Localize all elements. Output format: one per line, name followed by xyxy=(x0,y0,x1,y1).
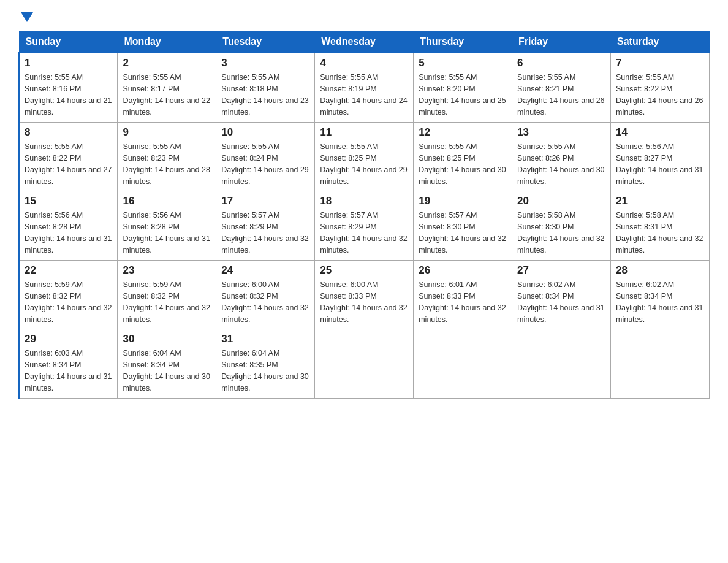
day-number: 15 xyxy=(25,195,112,207)
day-number: 24 xyxy=(221,264,309,277)
day-number: 20 xyxy=(517,195,605,207)
calendar-cell xyxy=(315,329,414,399)
calendar-cell: 21 Sunrise: 5:58 AMSunset: 8:31 PMDaylig… xyxy=(611,191,710,261)
day-number: 1 xyxy=(25,57,112,69)
calendar-cell: 4 Sunrise: 5:55 AMSunset: 8:19 PMDayligh… xyxy=(315,53,414,122)
calendar-cell xyxy=(414,329,512,399)
day-number: 28 xyxy=(616,264,704,277)
day-number: 23 xyxy=(123,264,211,277)
day-info: Sunrise: 6:03 AMSunset: 8:34 PMDaylight:… xyxy=(25,349,112,393)
day-info: Sunrise: 5:57 AMSunset: 8:29 PMDaylight:… xyxy=(221,211,308,255)
day-info: Sunrise: 6:01 AMSunset: 8:33 PMDaylight:… xyxy=(419,280,506,324)
day-info: Sunrise: 6:04 AMSunset: 8:35 PMDaylight:… xyxy=(221,349,308,393)
calendar-cell: 13 Sunrise: 5:55 AMSunset: 8:26 PMDaylig… xyxy=(512,122,611,191)
calendar-weekday-tuesday: Tuesday xyxy=(216,31,315,53)
calendar-weekday-wednesday: Wednesday xyxy=(315,31,414,53)
day-info: Sunrise: 5:55 AMSunset: 8:25 PMDaylight:… xyxy=(320,142,407,186)
calendar-week-row: 8 Sunrise: 5:55 AMSunset: 8:22 PMDayligh… xyxy=(19,122,710,191)
calendar-cell: 19 Sunrise: 5:57 AMSunset: 8:30 PMDaylig… xyxy=(414,191,512,261)
day-info: Sunrise: 5:57 AMSunset: 8:30 PMDaylight:… xyxy=(419,211,506,255)
calendar-cell: 18 Sunrise: 5:57 AMSunset: 8:29 PMDaylig… xyxy=(315,191,414,261)
day-number: 18 xyxy=(320,195,408,207)
calendar-cell: 16 Sunrise: 5:56 AMSunset: 8:28 PMDaylig… xyxy=(118,191,216,261)
calendar-cell: 22 Sunrise: 5:59 AMSunset: 8:32 PMDaylig… xyxy=(19,260,118,329)
calendar-cell: 31 Sunrise: 6:04 AMSunset: 8:35 PMDaylig… xyxy=(216,329,315,399)
calendar-cell: 1 Sunrise: 5:55 AMSunset: 8:16 PMDayligh… xyxy=(19,53,118,122)
calendar-cell: 10 Sunrise: 5:55 AMSunset: 8:24 PMDaylig… xyxy=(216,122,315,191)
day-info: Sunrise: 5:57 AMSunset: 8:29 PMDaylight:… xyxy=(320,211,407,255)
calendar-cell: 26 Sunrise: 6:01 AMSunset: 8:33 PMDaylig… xyxy=(414,260,512,329)
day-info: Sunrise: 5:58 AMSunset: 8:30 PMDaylight:… xyxy=(517,211,604,255)
calendar-weekday-sunday: Sunday xyxy=(19,31,118,53)
calendar-weekday-friday: Friday xyxy=(512,31,611,53)
calendar-weekday-monday: Monday xyxy=(118,31,216,53)
day-info: Sunrise: 5:59 AMSunset: 8:32 PMDaylight:… xyxy=(25,280,112,324)
day-number: 13 xyxy=(517,126,605,139)
day-number: 9 xyxy=(123,126,211,139)
day-info: Sunrise: 6:00 AMSunset: 8:33 PMDaylight:… xyxy=(320,280,407,324)
day-number: 10 xyxy=(221,126,309,139)
calendar-cell: 7 Sunrise: 5:55 AMSunset: 8:22 PMDayligh… xyxy=(611,53,710,122)
calendar-cell: 6 Sunrise: 5:55 AMSunset: 8:21 PMDayligh… xyxy=(512,53,611,122)
logo-blue xyxy=(18,12,33,23)
day-number: 5 xyxy=(419,57,507,69)
day-info: Sunrise: 5:55 AMSunset: 8:16 PMDaylight:… xyxy=(25,73,112,117)
day-info: Sunrise: 5:55 AMSunset: 8:19 PMDaylight:… xyxy=(320,73,407,117)
day-info: Sunrise: 6:02 AMSunset: 8:34 PMDaylight:… xyxy=(616,280,703,324)
day-number: 16 xyxy=(123,195,211,207)
calendar-cell: 20 Sunrise: 5:58 AMSunset: 8:30 PMDaylig… xyxy=(512,191,611,261)
calendar-cell xyxy=(611,329,710,399)
day-number: 14 xyxy=(616,126,704,139)
calendar-cell: 15 Sunrise: 5:56 AMSunset: 8:28 PMDaylig… xyxy=(19,191,118,261)
day-number: 29 xyxy=(25,333,112,345)
calendar-cell: 9 Sunrise: 5:55 AMSunset: 8:23 PMDayligh… xyxy=(118,122,216,191)
calendar-cell: 11 Sunrise: 5:55 AMSunset: 8:25 PMDaylig… xyxy=(315,122,414,191)
day-info: Sunrise: 5:56 AMSunset: 8:28 PMDaylight:… xyxy=(25,211,112,255)
day-number: 26 xyxy=(419,264,507,277)
day-number: 3 xyxy=(221,57,309,69)
day-info: Sunrise: 5:55 AMSunset: 8:20 PMDaylight:… xyxy=(419,73,506,117)
day-number: 27 xyxy=(517,264,605,277)
day-info: Sunrise: 6:02 AMSunset: 8:34 PMDaylight:… xyxy=(517,280,604,324)
day-number: 17 xyxy=(221,195,309,207)
day-info: Sunrise: 5:55 AMSunset: 8:26 PMDaylight:… xyxy=(517,142,604,186)
day-info: Sunrise: 5:59 AMSunset: 8:32 PMDaylight:… xyxy=(123,280,210,324)
day-info: Sunrise: 6:04 AMSunset: 8:34 PMDaylight:… xyxy=(123,349,210,393)
calendar-week-row: 1 Sunrise: 5:55 AMSunset: 8:16 PMDayligh… xyxy=(19,53,710,122)
logo xyxy=(18,12,33,23)
day-number: 2 xyxy=(123,57,211,69)
calendar-cell: 24 Sunrise: 6:00 AMSunset: 8:32 PMDaylig… xyxy=(216,260,315,329)
day-number: 11 xyxy=(320,126,408,139)
calendar-cell: 3 Sunrise: 5:55 AMSunset: 8:18 PMDayligh… xyxy=(216,53,315,122)
day-number: 7 xyxy=(616,57,704,69)
calendar-cell: 27 Sunrise: 6:02 AMSunset: 8:34 PMDaylig… xyxy=(512,260,611,329)
calendar-week-row: 29 Sunrise: 6:03 AMSunset: 8:34 PMDaylig… xyxy=(19,329,710,399)
calendar-cell: 2 Sunrise: 5:55 AMSunset: 8:17 PMDayligh… xyxy=(118,53,216,122)
day-number: 8 xyxy=(25,126,112,139)
calendar-cell: 28 Sunrise: 6:02 AMSunset: 8:34 PMDaylig… xyxy=(611,260,710,329)
calendar-cell: 30 Sunrise: 6:04 AMSunset: 8:34 PMDaylig… xyxy=(118,329,216,399)
day-number: 30 xyxy=(123,333,211,345)
calendar-cell: 14 Sunrise: 5:56 AMSunset: 8:27 PMDaylig… xyxy=(611,122,710,191)
day-number: 19 xyxy=(419,195,507,207)
calendar-cell xyxy=(512,329,611,399)
calendar-week-row: 15 Sunrise: 5:56 AMSunset: 8:28 PMDaylig… xyxy=(19,191,710,261)
calendar-week-row: 22 Sunrise: 5:59 AMSunset: 8:32 PMDaylig… xyxy=(19,260,710,329)
day-number: 21 xyxy=(616,195,704,207)
day-info: Sunrise: 5:56 AMSunset: 8:28 PMDaylight:… xyxy=(123,211,210,255)
day-number: 22 xyxy=(25,264,112,277)
day-number: 12 xyxy=(419,126,507,139)
day-info: Sunrise: 5:56 AMSunset: 8:27 PMDaylight:… xyxy=(616,142,703,186)
day-info: Sunrise: 5:55 AMSunset: 8:18 PMDaylight:… xyxy=(221,73,308,117)
day-number: 4 xyxy=(320,57,408,69)
day-info: Sunrise: 5:55 AMSunset: 8:23 PMDaylight:… xyxy=(123,142,210,186)
day-number: 6 xyxy=(517,57,605,69)
day-info: Sunrise: 5:55 AMSunset: 8:22 PMDaylight:… xyxy=(25,142,112,186)
day-info: Sunrise: 5:55 AMSunset: 8:24 PMDaylight:… xyxy=(221,142,308,186)
calendar-header-row: SundayMondayTuesdayWednesdayThursdayFrid… xyxy=(19,31,710,53)
day-info: Sunrise: 5:55 AMSunset: 8:22 PMDaylight:… xyxy=(616,73,703,117)
calendar-weekday-thursday: Thursday xyxy=(414,31,512,53)
calendar-cell: 17 Sunrise: 5:57 AMSunset: 8:29 PMDaylig… xyxy=(216,191,315,261)
day-number: 25 xyxy=(320,264,408,277)
calendar-weekday-saturday: Saturday xyxy=(611,31,710,53)
